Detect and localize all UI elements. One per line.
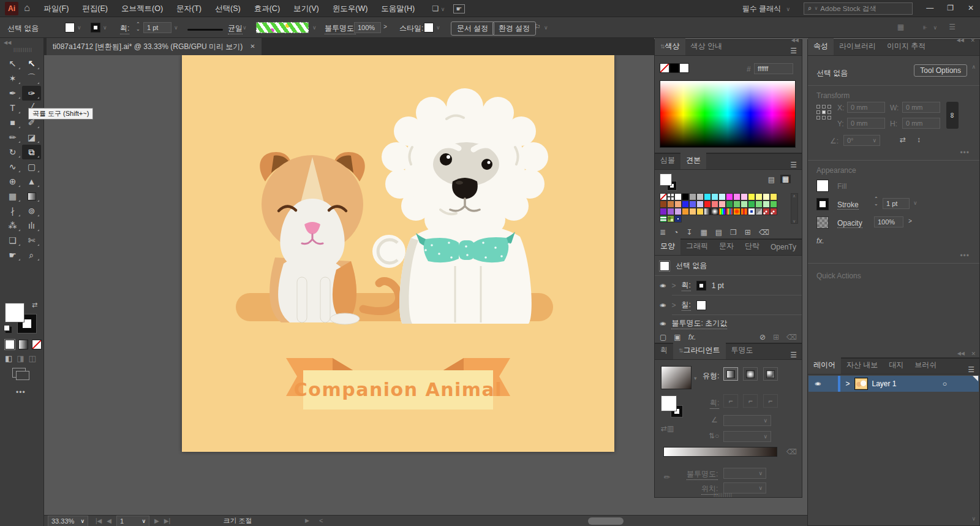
swatch-0-13[interactable] [755, 193, 763, 200]
stroke-gradient-along-button[interactable]: ⌐ [743, 394, 758, 408]
swatch-grid-view-icon[interactable]: ▦ [780, 175, 791, 183]
options-align-icon[interactable]: ⫦ [923, 23, 927, 31]
direct-selection-tool[interactable]: ↖ [22, 56, 41, 71]
touch-workspace-icon[interactable]: ☛ [453, 4, 466, 13]
swatch-list-view-icon[interactable]: ▤ [768, 176, 775, 183]
toolbar-grip[interactable]: |||||||||| [13, 47, 32, 52]
appearance-fill-swatch[interactable] [696, 300, 706, 310]
swatch-0-4[interactable] [689, 193, 696, 200]
freeform-gradient-type-button[interactable] [763, 367, 778, 381]
layer-name[interactable]: Layer 1 [872, 379, 897, 388]
none-mode-button[interactable] [32, 340, 42, 349]
menubar-item-1[interactable]: 편집(E) [75, 0, 115, 17]
stroke-color-well[interactable] [91, 23, 100, 32]
props-opacity-label[interactable]: Opacity [837, 219, 862, 228]
pen-tool[interactable]: ✒ [3, 86, 22, 101]
mesh-tool[interactable]: ▦ [3, 189, 22, 204]
tab-libraries[interactable]: 라이브러리 [834, 38, 881, 55]
draw-normal-icon[interactable]: ◧ [5, 354, 12, 362]
hand-tool[interactable]: ☛ [3, 248, 22, 262]
swatch-1-9[interactable] [726, 200, 733, 208]
middle-dock-collapse-icon[interactable]: ◀◀ [791, 38, 799, 43]
swatch-0-14[interactable] [763, 193, 770, 200]
fill-chevron-icon[interactable]: ∨ [77, 25, 81, 31]
color-themes-icon[interactable]: ◔ [674, 229, 678, 236]
stock-search-input[interactable]: ⌕ ∨ Adobe Stock 검색 [804, 2, 913, 15]
magic-wand-tool[interactable]: ✶ [3, 71, 22, 86]
swatches-panel-menu-icon[interactable]: ☰ [785, 161, 802, 169]
swatch-0-6[interactable] [704, 193, 711, 200]
swatch-1-2[interactable] [674, 200, 682, 208]
swatch-libraries-icon[interactable]: ≣ [660, 229, 666, 236]
eraser-tool[interactable]: ◪ [22, 130, 41, 145]
swatch-0-8[interactable] [718, 193, 726, 200]
toolbar-collapse-icon[interactable]: ◀◀ [4, 40, 11, 45]
selection-tool[interactable]: ↖ [3, 56, 22, 71]
opacity-label[interactable]: 불투명도: [325, 23, 356, 34]
w-field[interactable]: 0 mm [902, 102, 940, 113]
menubar-item-5[interactable]: 효과(C) [247, 0, 287, 17]
status-menu-icon[interactable]: ▶ [305, 518, 309, 524]
swatch-3-2[interactable] [674, 215, 682, 223]
link-dimensions-icon[interactable]: ∞ [946, 102, 959, 129]
pencil-tool[interactable]: ✏ [3, 130, 22, 145]
gradient-angle-field[interactable]: ∨ [723, 415, 771, 426]
tab-image-trace[interactable]: 이미지 추적 [881, 38, 931, 55]
radial-gradient-type-button[interactable] [743, 367, 758, 381]
right-dock-collapse-icon[interactable]: ◀◀ [957, 38, 964, 43]
shape-builder-tool[interactable]: ⊕ [3, 174, 22, 189]
edit-toolbar-icon[interactable]: ••• [16, 389, 26, 396]
last-artboard-icon[interactable]: ▶| [164, 518, 170, 524]
brush-definition-preview[interactable] [256, 22, 309, 33]
swatch-2-11[interactable] [741, 208, 748, 215]
swatch-1-5[interactable] [696, 200, 704, 208]
next-artboard-icon[interactable]: ▶ [154, 518, 159, 524]
type-tool[interactable]: T [3, 101, 22, 115]
style-swatch[interactable] [424, 23, 434, 32]
swap-fill-stroke-icon[interactable]: ⇄ [32, 302, 37, 308]
gradient-aspect-field[interactable]: ∨ [723, 431, 771, 442]
props-stroke-value[interactable]: 1 pt [883, 198, 910, 209]
swatch-scroll-down-icon[interactable]: ∨ [793, 219, 796, 223]
rotate-field[interactable]: 0°∨ [843, 135, 880, 146]
swatch-1-0[interactable] [660, 200, 667, 208]
clear-appearance-icon[interactable]: ⊘ [760, 334, 766, 341]
tab-symbols[interactable]: 심볼 [655, 152, 680, 169]
brush-chevron-icon[interactable]: ∨ [312, 25, 317, 31]
layer-row[interactable]: ◉ > Layer 1 ○ [809, 376, 979, 392]
curvature-tool[interactable]: ✑ [22, 86, 41, 101]
tab-layers[interactable]: 레이어 [808, 357, 841, 374]
properties-scroll-up-icon[interactable]: ∧ [971, 64, 976, 70]
tool-options-button[interactable]: Tool Options [914, 64, 967, 77]
add-stroke-icon[interactable]: ▢ [660, 334, 666, 341]
swatch-1-8[interactable] [718, 200, 726, 208]
swatch-1-7[interactable] [711, 200, 718, 208]
menubar-item-3[interactable]: 문자(T) [170, 0, 208, 17]
swatch-scrollbar[interactable]: ∧ ∨ [791, 193, 798, 224]
stroke-visibility-eye-icon[interactable]: ◉ [660, 283, 666, 288]
color-black-swatch[interactable] [669, 63, 679, 73]
stroke-weight-chevron-icon[interactable]: ∨ [174, 25, 178, 31]
tab-transparency[interactable]: 투명도 [726, 342, 759, 359]
swatch-2-7[interactable] [711, 208, 718, 215]
tab-stroke-panel[interactable]: 획 [655, 342, 673, 359]
style-chevron-icon[interactable]: ∨ [436, 25, 440, 31]
swatch-0-9[interactable] [726, 193, 733, 200]
swatch-scroll-up-icon[interactable]: ∧ [793, 194, 796, 198]
appearance-more-icon[interactable]: ••• [960, 252, 970, 259]
swatch-0-0[interactable] [660, 193, 667, 200]
layers-close-icon[interactable]: ✕ [971, 351, 976, 357]
gradient-preset-chevron-icon[interactable]: ▾ [694, 376, 697, 381]
default-fill-stroke-icon[interactable] [4, 325, 10, 331]
swatch-1-6[interactable] [704, 200, 711, 208]
rectangle-tool[interactable]: ■ [3, 115, 22, 130]
width-tool[interactable]: ∿ [3, 159, 22, 174]
home-icon[interactable]: ⌂ [24, 0, 30, 16]
layer-visibility-eye-icon[interactable]: ◉ [815, 381, 821, 386]
props-stroke-label[interactable]: Stroke [837, 200, 859, 210]
swatch-2-5[interactable] [696, 208, 704, 215]
fill-color-well[interactable] [65, 23, 75, 32]
swatch-1-3[interactable] [682, 200, 689, 208]
tab-character[interactable]: 문자 [714, 238, 739, 255]
arrange-documents-icon[interactable]: ❏ [432, 5, 439, 12]
